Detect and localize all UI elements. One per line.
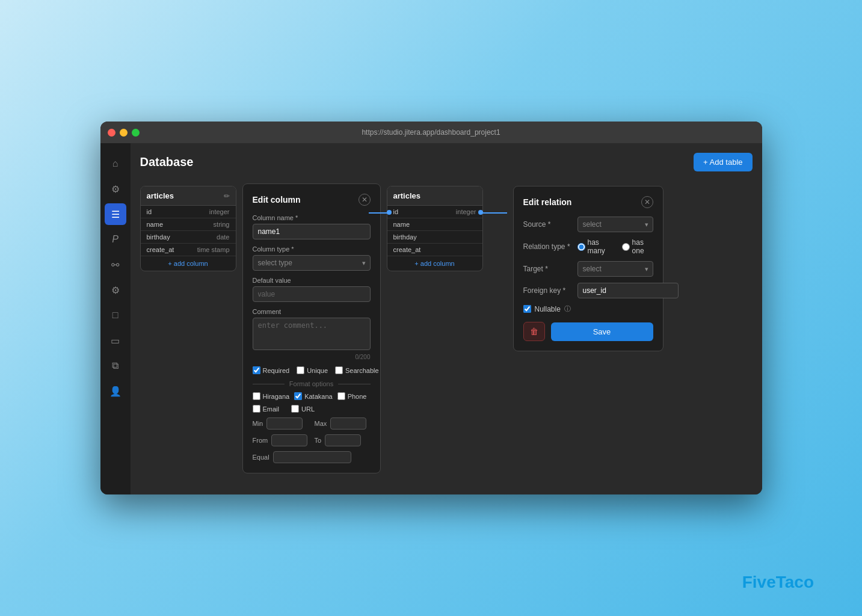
divider-left (253, 384, 285, 384)
table-row: name string (141, 218, 236, 231)
target-row: Target * select (523, 261, 653, 277)
from-label: From (253, 437, 268, 444)
min-group: Min (253, 417, 309, 430)
min-input[interactable] (266, 417, 303, 430)
column-type-select[interactable]: select type (253, 255, 371, 271)
phone-checkbox-label[interactable]: Phone (337, 392, 367, 400)
unique-checkbox[interactable] (297, 366, 304, 374)
sidebar-item-home[interactable]: ⌂ (105, 153, 126, 174)
page-title: Database (140, 155, 194, 169)
table-row: birthday (387, 231, 482, 244)
has-one-radio[interactable] (622, 243, 630, 251)
to-label: To (315, 437, 322, 444)
table-row: create_at time stamp (141, 244, 236, 256)
save-relation-button[interactable]: Save (551, 322, 653, 341)
sidebar-item-users[interactable]: 👤 (105, 380, 126, 402)
delete-relation-button[interactable]: 🗑 (523, 322, 545, 341)
sidebar-item-link[interactable]: ⚯ (105, 254, 126, 276)
required-label: Required (263, 367, 290, 374)
edit-column-panel: Edit column ✕ Column name * Column type … (242, 183, 381, 473)
url-checkbox[interactable] (291, 405, 299, 413)
table-row: name (387, 218, 482, 231)
min-max-row: Min Max (253, 417, 371, 430)
left-add-column[interactable]: + add column (141, 256, 236, 271)
table-row: id integer (141, 206, 236, 218)
close-traffic-light[interactable] (108, 129, 115, 137)
left-table-header: articles ✏ (141, 186, 236, 206)
middle-table-name: articles (393, 191, 421, 200)
sidebar-item-gear2[interactable]: ⚙ (105, 279, 126, 301)
searchable-checkbox[interactable] (335, 366, 343, 374)
sidebar-item-copy[interactable]: ⧉ (105, 355, 126, 377)
sidebar-item-layout[interactable]: □ (105, 304, 126, 326)
equal-group: Equal (253, 451, 371, 463)
nullable-checkbox[interactable] (523, 305, 531, 313)
brand-name: FiveTaco (742, 573, 814, 591)
format-checkboxes: Hiragana Katakana Phone (253, 392, 371, 400)
sidebar-item-code[interactable]: P (105, 229, 126, 250)
middle-add-column[interactable]: + add column (387, 256, 482, 271)
url-label: URL (301, 405, 315, 413)
has-many-radio[interactable] (577, 243, 585, 251)
max-input[interactable] (330, 417, 366, 430)
maximize-traffic-light[interactable] (132, 129, 140, 137)
format-options-divider: Format options (253, 380, 371, 387)
katakana-checkbox[interactable] (294, 392, 302, 400)
relation-type-row: Relation type * has many has one (523, 238, 653, 255)
equal-input[interactable] (273, 451, 351, 463)
divider-right (338, 384, 370, 384)
char-count: 0/200 (253, 354, 371, 360)
edit-relation-close-button[interactable]: ✕ (641, 196, 653, 208)
hiragana-checkbox[interactable] (253, 392, 260, 400)
mac-window: https://studio.jitera.app/dashboard_proj… (100, 122, 762, 494)
add-table-button[interactable]: + Add table (694, 153, 752, 171)
hiragana-checkbox-label[interactable]: Hiragana (253, 392, 290, 400)
foreign-key-input[interactable] (577, 283, 679, 298)
url-checkbox-label[interactable]: URL (291, 405, 315, 413)
email-checkbox[interactable] (253, 405, 260, 413)
min-label: Min (253, 420, 263, 427)
source-select[interactable]: select (577, 217, 653, 232)
sidebar-item-settings[interactable]: ⚙ (105, 178, 126, 200)
email-checkbox-label[interactable]: Email (253, 405, 280, 413)
app-body: ⌂ ⚙ ☰ P ⚯ ⚙ □ ▭ ⧉ 👤 Database + Add table (100, 143, 762, 494)
connector-line-right (481, 212, 507, 214)
url-bar: https://studio.jitera.app/dashboard_proj… (362, 128, 500, 137)
searchable-checkbox-label[interactable]: Searchable (335, 366, 379, 374)
phone-checkbox[interactable] (337, 392, 345, 400)
email-url-row: Email URL (253, 405, 371, 413)
email-label: Email (263, 405, 280, 413)
required-checkbox[interactable] (253, 366, 260, 374)
title-bar: https://studio.jitera.app/dashboard_proj… (100, 122, 762, 143)
brand-logo: FiveTaco (742, 573, 814, 592)
has-one-radio-label[interactable]: has one (622, 238, 653, 255)
target-label: Target * (523, 265, 577, 273)
unique-checkbox-label[interactable]: Unique (297, 366, 328, 374)
sidebar-item-table[interactable]: ☰ (105, 203, 126, 225)
unique-label: Unique (307, 367, 328, 374)
page-header: Database + Add table (140, 153, 753, 171)
traffic-lights (108, 129, 140, 137)
edit-column-title: Edit column (253, 195, 301, 205)
hiragana-label: Hiragana (263, 393, 290, 400)
to-input[interactable] (325, 434, 361, 446)
searchable-label: Searchable (345, 367, 379, 374)
default-value-input[interactable] (253, 286, 371, 302)
has-many-radio-label[interactable]: has many (577, 238, 614, 255)
katakana-checkbox-label[interactable]: Katakana (294, 392, 332, 400)
phone-label: Phone (348, 393, 367, 400)
left-table-edit-icon[interactable]: ✏ (224, 192, 230, 200)
column-name-input[interactable] (253, 224, 371, 239)
comment-textarea[interactable] (253, 318, 371, 350)
minimize-traffic-light[interactable] (120, 129, 128, 137)
required-checkbox-label[interactable]: Required (253, 366, 290, 374)
target-select[interactable]: select (577, 261, 653, 277)
to-group: To (315, 434, 371, 446)
sidebar-item-monitor[interactable]: ▭ (105, 330, 126, 351)
source-label: Source * (523, 220, 577, 229)
from-input[interactable] (271, 434, 307, 446)
main-content: Database + Add table articles ✏ id integ… (131, 143, 762, 494)
connector-dot-middle (478, 210, 483, 215)
edit-column-close-button[interactable]: ✕ (359, 194, 371, 206)
column-name-group: Column name * (253, 214, 371, 239)
